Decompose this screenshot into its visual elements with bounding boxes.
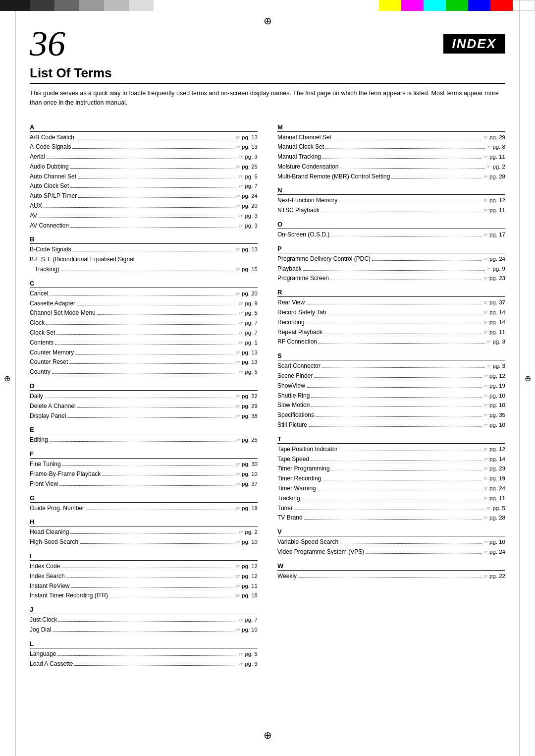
item-dots [339,202,482,202]
right-column: MManual Channel Set☞ pg. 29Manual Clock … [277,118,505,669]
item-page: ☞ pg. 9 [239,659,258,669]
item-page: ☞ pg. 1 [239,338,258,348]
list-item: Specifications☞ pg. 35 [277,410,505,420]
item-name: Manual Clock Set [277,142,324,152]
item-name: Language [30,649,56,659]
item-page: ☞ pg. 11 [483,206,505,215]
item-page: ☞ pg. 11 [236,582,258,591]
page-number: 36 [30,26,65,61]
item-dots [306,324,482,324]
item-name: Weekly [277,572,297,582]
list-item: Cassette Adapter☞ pg. 9 [30,299,258,309]
list-item: Recording☞ pg. 14 [277,318,505,328]
list-item: Auto Channel Set☞ pg. 5 [30,172,258,182]
item-page: ☞ pg. 14 [483,318,505,327]
item-dots [321,212,482,212]
page-header: 36 INDEX [30,26,505,61]
item-name: Auto Clock Set [30,181,69,191]
list-item: Instant Timer Recording (ITR)☞ pg. 18 [30,591,258,601]
item-dots [311,407,482,407]
content-area: 36 INDEX List Of Terms This guide serves… [0,11,535,698]
item-page: ☞ pg. 18 [236,591,258,600]
item-dots [97,314,237,315]
list-item: Weekly☞ pg. 22 [277,572,505,582]
item-name: On-Screen (O.S.D.) [277,230,329,240]
item-page: ☞ pg. 37 [483,298,505,307]
list-item: Editing☞ pg. 25 [30,435,258,445]
item-page: ☞ pg. 3 [486,337,505,347]
letter-heading-T: T [277,435,505,444]
item-dots [56,334,237,335]
list-item: Timer Warning☞ pg. 24 [277,484,505,494]
item-page: ☞ pg. 3 [239,221,258,231]
item-name: Counter Memory [30,348,74,358]
letter-heading-D: D [30,382,258,391]
item-dots [319,343,485,344]
list-item: Jog Dial☞ pg. 10 [30,625,258,635]
item-page: ☞ pg. 7 [239,318,258,328]
item-name: Fine Tuning [30,460,61,469]
item-name: Programme Delivery Control (PDC) [277,254,371,264]
list-item: Aerial☞ pg. 3 [30,152,258,162]
item-dots [340,168,485,169]
item-page: ☞ pg. 11 [483,328,505,337]
list-item: Rear View☞ pg. 37 [277,298,505,308]
item-page: ☞ pg. 9 [239,299,258,308]
item-dots [328,314,482,314]
item-name: Auto Channel Set [30,172,76,182]
list-item: Auto SP/LP Timer☞ pg. 24 [30,191,258,201]
item-dots [302,500,482,500]
item-name: Timer Warning [277,484,316,494]
item-page: ☞ pg. 30 [236,460,258,469]
item-dots [78,197,234,198]
item-page: ☞ pg. 7 [239,181,258,191]
item-page: ☞ pg. 5 [486,504,505,513]
item-page: ☞ pg. 12 [483,445,505,454]
item-dots [39,217,237,218]
item-dots [109,597,234,597]
item-page: ☞ pg. 11 [483,152,505,162]
item-dots [309,426,482,427]
item-dots [322,480,482,480]
item-name: Daily [30,392,43,402]
item-name: Recording [277,318,305,328]
item-name: Timer Programming [277,464,330,474]
item-name: TV Brand [277,513,303,523]
list-item: AUX☞ pg. 20 [30,201,258,211]
item-page: ☞ pg. 9 [486,264,505,274]
list-item: Programme Delivery Control (PDC)☞ pg. 24 [277,254,505,264]
list-item: A/B Code Switch☞ pg. 13 [30,133,258,143]
item-dots [70,227,237,228]
list-item: Moisture Condensation☞ pg. 2 [277,162,505,172]
item-dots [331,236,482,236]
list-item: Front View☞ pg. 37 [30,479,258,489]
item-page: ☞ pg. 24 [236,191,258,201]
item-dots [59,485,234,486]
item-name: RF Connection [277,337,317,347]
list-item: Timer Recording☞ pg. 19 [277,474,505,484]
item-page: ☞ pg. 12 [483,371,505,381]
list-item: Tuner☞ pg. 5 [277,504,505,514]
item-name: Clock [30,318,45,328]
item-page: ☞ pg. 29 [236,402,258,411]
item-name: Tuner [277,504,293,514]
index-badge: INDEX [443,34,505,54]
item-name: B.E.S.T. (Biconditional Equalised Signal [30,255,134,265]
item-dots [303,270,485,271]
item-page: ☞ pg. 10 [483,537,505,547]
list-item: NTSC Playback☞ pg. 11 [277,206,505,216]
list-item: Clock☞ pg. 7 [30,318,258,328]
item-dots [75,354,234,354]
page-border-right [520,0,520,756]
list-item: High-Seed Search☞ pg. 10 [30,537,258,547]
item-page: ☞ pg. 22 [236,392,258,401]
list-item: Slow Motion☞ pg. 10 [277,401,505,410]
item-dots [307,387,482,388]
item-name: Auto SP/LP Timer [30,191,77,201]
item-page: ☞ pg. 19 [483,381,505,391]
letter-heading-E: E [30,426,258,434]
item-dots [311,397,482,398]
item-dots [70,168,234,169]
list-item: A-Code Signals☞ pg. 13 [30,142,258,152]
list-item: Counter Memory☞ pg. 13 [30,348,258,358]
